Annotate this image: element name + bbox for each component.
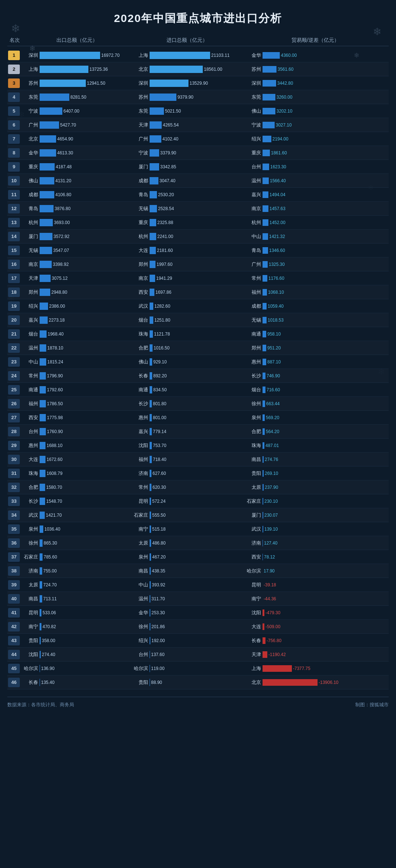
trade-value: 746.90 — [267, 373, 280, 378]
export-bar — [40, 595, 42, 603]
trade-bar-wrap: 487.01 — [263, 442, 389, 449]
table-row: 32 合肥 1580.70 常州 620.30 太原 237.90 — [7, 480, 389, 494]
import-value: 1941.29 — [156, 276, 172, 281]
export-bar — [40, 525, 43, 533]
trade-cell: 武汉 139.10 — [242, 526, 389, 532]
trade-city: 南昌 — [242, 456, 261, 463]
trade-city: 温州 — [242, 177, 261, 184]
trade-bar-wrap: 269.10 — [263, 470, 389, 477]
import-city: 中山 — [132, 582, 148, 588]
trade-bar — [263, 150, 270, 156]
import-bar-wrap: 1941.29 — [150, 275, 242, 282]
import-bar — [150, 205, 157, 212]
import-bar — [150, 303, 153, 310]
import-bar — [150, 623, 150, 630]
table-row: 36 徐州 865.30 太原 486.80 济南 127.40 — [7, 536, 389, 550]
export-bar — [40, 191, 54, 198]
trade-cell: 泉州 569.20 — [242, 414, 389, 421]
import-bar — [150, 386, 152, 393]
rank-cell: 22 — [7, 343, 22, 353]
export-cell: 常州 1796.90 — [22, 372, 132, 380]
export-city: 福州 — [22, 400, 38, 407]
export-value: 1878.10 — [47, 345, 63, 351]
trade-value: 1059.40 — [268, 304, 283, 309]
export-cell: 南京 3398.92 — [22, 261, 132, 268]
export-bar-wrap: 755.00 — [40, 567, 132, 575]
rank-cell: 30 — [7, 455, 22, 464]
export-city: 东莞 — [22, 94, 38, 100]
trade-cell: 嘉兴 1494.04 — [242, 191, 389, 198]
import-bar-wrap: 3379.90 — [150, 149, 242, 157]
table-header: 名次 出口总额（亿元） 进口总额（亿元） 贸易顺/逆差（亿元） — [7, 37, 389, 46]
export-bar — [40, 80, 86, 87]
import-value: 2530.20 — [158, 192, 174, 197]
trade-cell: 天津 -1190.42 — [242, 651, 389, 658]
import-cell: 惠州 801.00 — [132, 414, 242, 421]
export-cell: 太原 724.70 — [22, 581, 132, 589]
trade-bar-wrap: 1325.30 — [263, 261, 389, 268]
table-row: 11 成都 4106.80 青岛 2530.20 嘉兴 1494.04 — [7, 188, 389, 202]
export-bar-wrap: 470.82 — [40, 623, 132, 630]
trade-city: 南宁 — [242, 596, 261, 602]
rank-cell: 3 — [7, 78, 22, 88]
rank-cell: 16 — [7, 260, 22, 269]
trade-city: 南京 — [242, 205, 261, 212]
trade-value: -13906.10 — [319, 680, 338, 685]
export-bar-wrap: 1548.70 — [40, 498, 132, 505]
export-bar — [40, 247, 52, 254]
trade-city: 沈阳 — [242, 609, 261, 616]
trade-value: 3027.10 — [276, 122, 292, 128]
trade-bar-wrap: 716.60 — [263, 387, 389, 393]
trade-bar — [263, 665, 292, 672]
rank-badge: 43 — [8, 636, 20, 645]
trade-bar-wrap: 17.90 — [263, 568, 389, 574]
rank-badge: 34 — [8, 510, 20, 520]
import-city: 常州 — [132, 484, 148, 491]
table-row: 25 南通 1792.60 南通 834.50 烟台 716.60 — [7, 383, 389, 397]
trade-cell: 北京 -13906.10 — [242, 679, 389, 686]
trade-bar — [263, 484, 264, 491]
import-bar-wrap: 9379.90 — [150, 94, 242, 101]
import-city: 惠州 — [132, 414, 148, 421]
trade-cell: 上海 -7377.75 — [242, 665, 389, 672]
import-bar-wrap: 718.40 — [150, 456, 242, 463]
import-city: 南通 — [132, 387, 148, 393]
trade-cell: 济南 127.40 — [242, 540, 389, 546]
trade-bar — [263, 609, 264, 616]
export-value: 1036.40 — [44, 527, 60, 532]
import-city: 无锡 — [132, 205, 148, 212]
export-bar-wrap: 3547.07 — [40, 247, 132, 254]
trade-bar — [263, 651, 267, 658]
import-cell: 泉州 467.20 — [132, 553, 242, 561]
export-value: 1786.50 — [47, 401, 63, 406]
export-city: 青岛 — [22, 205, 38, 212]
trade-value: -44.36 — [264, 596, 276, 601]
trade-value: 17.90 — [264, 568, 275, 574]
trade-cell: 东莞 3260.00 — [242, 94, 389, 100]
export-cell: 广州 5427.70 — [22, 121, 132, 129]
import-bar-wrap: 467.20 — [150, 553, 242, 561]
trade-value: 1494.04 — [270, 192, 285, 197]
export-cell: 东莞 8281.50 — [22, 94, 132, 101]
table-row: 17 天津 3075.12 南京 1941.29 常州 1176.60 — [7, 271, 389, 285]
export-city: 天津 — [22, 275, 38, 282]
rank-badge: 14 — [8, 232, 20, 241]
import-cell: 南通 834.50 — [132, 386, 242, 393]
trade-bar-wrap: 663.44 — [263, 400, 389, 407]
export-cell: 嘉兴 2273.18 — [22, 316, 132, 324]
rank-badge: 4 — [8, 92, 20, 102]
import-cell: 苏州 9379.90 — [132, 94, 242, 101]
export-bar-wrap: 1608.79 — [40, 470, 132, 477]
export-city: 佛山 — [22, 177, 38, 184]
trade-value: 1421.32 — [269, 234, 285, 239]
export-value: 136.90 — [41, 666, 55, 671]
rank-badge: 22 — [8, 343, 20, 353]
import-value: 1697.86 — [155, 290, 171, 295]
export-cell: 苏州 12941.50 — [22, 80, 132, 87]
trade-cell: 无锡 1018.53 — [242, 317, 389, 323]
rank-cell: 9 — [7, 162, 22, 172]
export-bar-wrap: 1672.60 — [40, 456, 132, 463]
export-cell: 石家庄 785.60 — [22, 553, 132, 561]
import-value: 13529.90 — [190, 81, 208, 86]
table-row: 40 南昌 713.11 温州 311.70 南宁 -44.36 — [7, 592, 389, 606]
